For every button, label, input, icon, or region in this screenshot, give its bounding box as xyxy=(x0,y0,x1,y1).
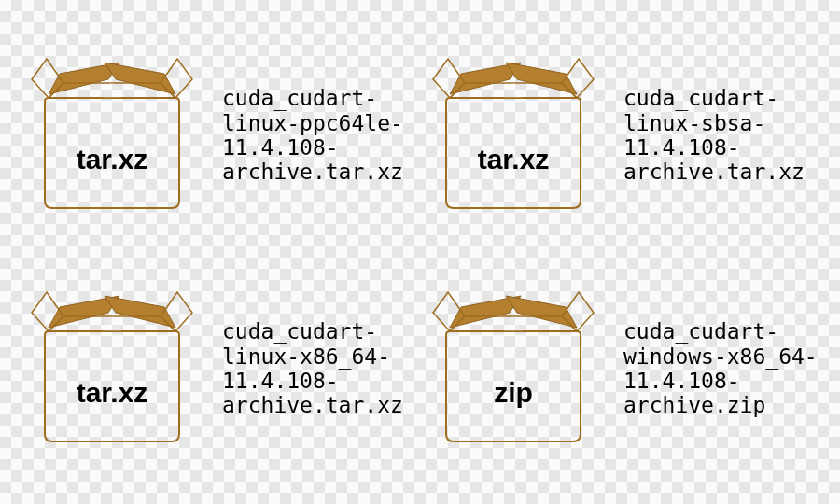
file-name-label: cuda_cudart- windows-x86_64- 11.4.108- a… xyxy=(623,319,818,418)
file-icon-grid: tar.xz cuda_cudart- linux-ppc64le- 11.4.… xyxy=(0,0,840,485)
archive-type-label: tar.xz xyxy=(77,377,148,408)
file-name-label: cuda_cudart- linux-ppc64le- 11.4.108- ar… xyxy=(222,86,403,185)
archive-type-label: zip xyxy=(494,377,533,408)
archive-box-icon: tar.xz xyxy=(19,42,205,229)
archive-type-label: tar.xz xyxy=(77,144,148,175)
file-item[interactable]: tar.xz cuda_cudart- linux-x86_64- 11.4.1… xyxy=(19,252,420,485)
file-item[interactable]: zip cuda_cudart- windows-x86_64- 11.4.10… xyxy=(420,252,821,485)
archive-box-icon: tar.xz xyxy=(420,42,607,229)
file-item[interactable]: tar.xz cuda_cudart- linux-sbsa- 11.4.108… xyxy=(420,19,821,252)
file-name-label: cuda_cudart- linux-sbsa- 11.4.108- archi… xyxy=(623,86,805,185)
archive-box-icon: zip xyxy=(420,275,607,462)
archive-box-icon: tar.xz xyxy=(19,275,205,462)
file-item[interactable]: tar.xz cuda_cudart- linux-ppc64le- 11.4.… xyxy=(19,19,420,252)
archive-type-label: tar.xz xyxy=(478,144,550,175)
file-name-label: cuda_cudart- linux-x86_64- 11.4.108- arc… xyxy=(222,319,403,418)
